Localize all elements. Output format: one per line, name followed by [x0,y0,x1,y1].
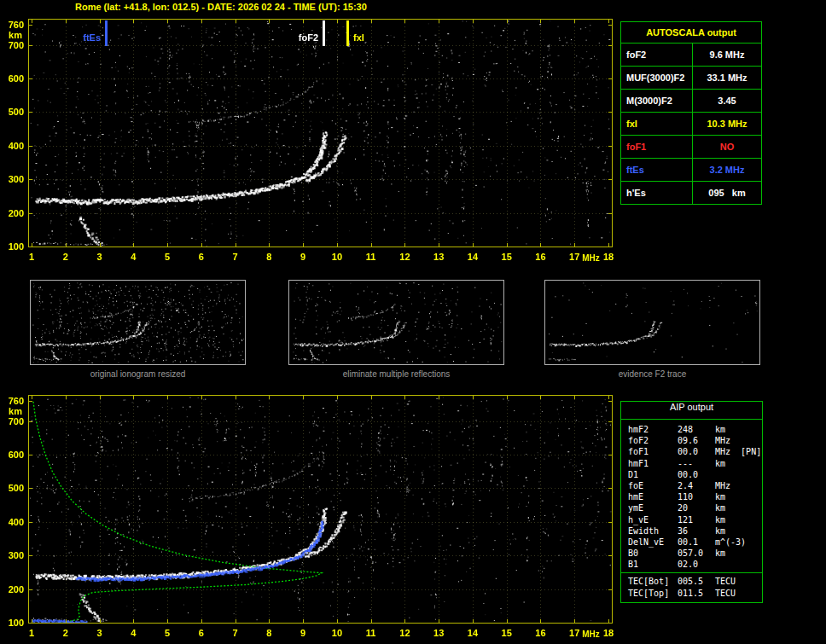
aip-row-value: 00.1 [678,537,715,548]
aip-row-ewidth: Ewidth36km [628,525,762,537]
autoscala-row-label: M(3000)F2 [621,90,693,112]
aip-row-foe: foE2.4MHz [628,480,762,491]
autoscala-row-value: 3.45 [693,90,761,112]
aip-row-tectop: TEC[Top]011.5TECU [628,588,762,599]
autoscala-row-label: foF2 [621,44,693,66]
autoscala-row-label: MUF(3000)F2 [621,67,693,89]
aip-row-label: DelN_vE [628,537,678,548]
aip-row-unit: km [715,458,725,469]
autoscala-row-fof1: foF1 NO [621,136,761,159]
aip-row-label: foE [628,480,678,491]
aip-row-value: 011.5 [678,588,715,599]
aip-tec-section: TEC[Bot]005.5TECU TEC[Top]011.5TECU [621,572,762,601]
panel-evidence-canvas [545,281,759,364]
aip-row-value: 00.0 [678,469,715,480]
aip-row-hmf2: hmF2248km [628,424,762,435]
aip-row-value: 057.0 [678,548,715,559]
aip-row-value: 09.6 [678,435,715,446]
aip-row-hmf1: hmF1---km [628,458,762,469]
autoscala-row-value: NO [693,136,761,158]
panel-original-caption: original ionogram resized [30,369,246,379]
aip-row-value: 00.0 [678,446,715,457]
autoscala-row-hes: h'Es 095 km [621,182,761,204]
aip-row-d1: D100.0 [628,469,762,480]
aip-row-yme: ymE20km [628,502,762,513]
aip-row-label: hmF1 [628,458,678,469]
profile-ionogram-canvas [0,388,618,641]
aip-row-value: 110 [678,491,715,502]
aip-row-unit: TECU [715,588,736,599]
aip-row-unit: km [715,525,725,537]
main-ionogram-canvas [0,12,618,264]
aip-row-unit: km [715,502,725,513]
panel-eliminate-canvas [289,281,503,364]
aip-row-tecbot: TEC[Bot]005.5TECU [628,576,762,587]
aip-row-value: 02.0 [678,559,715,570]
aip-row-label: B1 [628,559,678,570]
aip-row-hme: hmE110km [628,491,762,502]
aip-row-label: hmF2 [628,424,678,435]
aip-row-label: ymE [628,502,678,513]
autoscala-row-value: 33.1 MHz [693,67,761,89]
aip-row-unit: km [715,424,725,435]
aip-row-delnve: DelN_vE00.1m^(-3) [628,537,762,548]
aip-row-unit: km [715,548,725,559]
autoscala-row-value: 10.3 MHz [693,113,761,135]
aip-row-unit: MHz [715,480,730,491]
aip-row-value: 36 [678,525,715,537]
autoscala-row-label: ftEs [621,159,693,181]
autoscala-row-value: 095 km [693,182,761,204]
autoscala-row-fof2: foF2 9.6 MHz [621,44,761,67]
panel-evidence-f2 [544,280,760,365]
aip-row-label: Ewidth [628,525,678,537]
autoscala-row-fxi: fxI 10.3 MHz [621,113,761,136]
aip-row-b1: B102.0 [628,559,762,570]
autoscala-row-m3000f2: M(3000)F2 3.45 [621,90,761,113]
panel-eliminate-caption: eliminate multiple reflections [288,369,504,379]
autoscala-row-label: foF1 [621,136,693,158]
panel-original-ionogram [30,280,246,365]
autoscala-row-value: 9.6 MHz [693,44,761,66]
aip-table-title: AIP output [621,402,762,420]
aip-row-label: TEC[Top] [628,588,678,599]
aip-row-value: 005.5 [678,576,715,587]
aip-row-label: h_vE [628,514,678,525]
autoscala-row-label: fxI [621,113,693,135]
aip-row-fof2: foF209.6MHz [628,435,762,446]
aip-row-label: D1 [628,469,678,480]
aip-row-unit: km [715,514,725,525]
station-date-header: Rome (lat: +41.8, lon: 012.5) - DATE: 20… [75,2,367,12]
aip-row-label: hmE [628,491,678,502]
aip-row-hve: h_vE121km [628,514,762,525]
aip-row-unit: MHz [715,435,730,446]
aip-row-value: 121 [678,514,715,525]
panel-eliminate-reflections [288,280,504,365]
aip-row-value: --- [678,458,715,469]
aip-table-body: hmF2248km foF209.6MHz foF100.0MHz [PN] h… [621,420,762,572]
autoscala-row-ftes: ftEs 3.2 MHz [621,159,761,182]
autoscala-table-title: AUTOSCALA output [621,22,761,44]
aip-row-value: 248 [678,424,715,435]
aip-row-unit: TECU [715,576,736,587]
panel-original-canvas [31,281,245,364]
autoscala-output-table: AUTOSCALA output foF2 9.6 MHz MUF(3000)F… [620,21,762,205]
aip-row-unit: m^(-3) [715,537,746,548]
autoscala-row-value: 3.2 MHz [693,159,761,181]
aip-row-value: 2.4 [678,480,715,491]
aip-row-unit: km [715,491,725,502]
autoscala-row-muf3000f2: MUF(3000)F2 33.1 MHz [621,67,761,90]
aip-row-label: foF2 [628,435,678,446]
aip-row-label: B0 [628,548,678,559]
aip-row-label: foF1 [628,446,678,457]
aip-output-table: AIP output hmF2248km foF209.6MHz foF100.… [620,401,763,603]
aip-row-unit: MHz [PN] [715,446,761,457]
aip-row-fof1: foF100.0MHz [PN] [628,446,762,457]
aip-row-label: TEC[Bot] [628,576,678,587]
aip-row-b0: B0057.0km [628,548,762,559]
panel-evidence-caption: evidence F2 trace [544,369,760,379]
autoscala-row-label: h'Es [621,182,693,204]
aip-row-value: 20 [678,502,715,513]
